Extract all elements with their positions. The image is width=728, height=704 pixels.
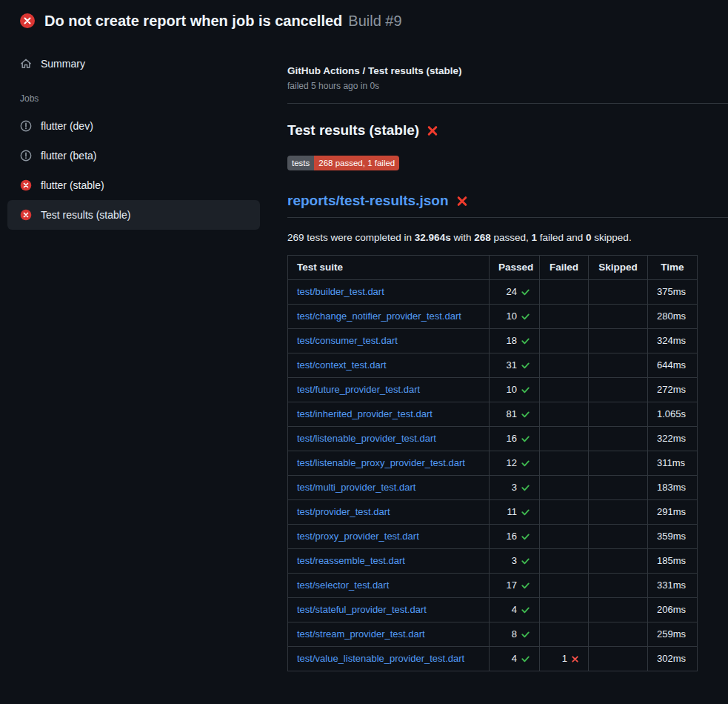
skipped-cell [589,451,648,476]
skipped-cell [589,378,648,402]
passed-cell: 16 [490,427,540,451]
summary-segment: with [451,232,475,243]
x-icon [571,655,579,663]
failed-cell [540,353,589,378]
passed-count: 18 [507,334,517,348]
build-number: Build #9 [348,13,401,29]
neutral-status-icon [20,150,32,162]
sidebar-job-label: flutter (stable) [41,179,104,191]
skipped-cell [589,402,648,427]
suite-link[interactable]: test/stream_provider_test.dart [297,628,425,640]
passed-count: 4 [512,603,517,617]
failed-cell [540,549,589,574]
check-run-header: Do not create report when job is cancell… [0,0,728,39]
time-cell: 375ms [648,280,698,305]
suite-link[interactable]: test/builder_test.dart [297,286,384,297]
suite-link[interactable]: test/future_provider_test.dart [297,384,420,395]
badge-label: tests [287,156,314,170]
sidebar-job-item[interactable]: flutter (stable) [7,170,260,200]
failed-status-icon [20,13,35,28]
passed-count: 3 [512,481,517,494]
skipped-cell [589,427,648,451]
check-icon [521,288,530,297]
passed-cell: 17 [490,574,540,598]
sidebar-item-summary[interactable]: Summary [7,49,260,79]
jobs-section-label: Jobs [7,79,260,111]
main-content: GitHub Actions / Test results (stable) f… [267,39,728,671]
neutral-status-icon [20,120,32,132]
check-icon [521,336,530,346]
passed-cell: 12 [490,451,540,476]
sidebar-summary-label: Summary [41,58,85,70]
time-cell: 302ms [648,647,698,671]
skipped-cell [589,574,648,598]
failed-cell [540,622,589,647]
check-icon [521,410,530,419]
failed-count: 1 [562,652,567,665]
check-icon [521,508,530,517]
suite-link[interactable]: test/reassemble_test.dart [297,555,405,566]
suite-link[interactable]: test/consumer_test.dart [297,335,398,346]
suite-link[interactable]: test/listenable_provider_test.dart [297,433,436,444]
suite-link[interactable]: test/multi_provider_test.dart [297,482,415,493]
passed-cell: 31 [490,353,540,378]
sidebar-job-item[interactable]: flutter (dev) [7,111,260,141]
summary-segment: passed, [491,232,532,243]
table-row: test/provider_test.dart 11 291ms [288,500,698,525]
page-title-row: Do not create report when job is cancell… [44,12,402,30]
report-failed-x-icon [456,195,468,207]
check-icon [521,581,530,591]
suite-link[interactable]: test/context_test.dart [297,359,387,371]
skipped-cell [589,598,648,622]
time-cell: 259ms [648,622,698,647]
suite-link[interactable]: test/value_listenable_provider_test.dart [297,653,464,664]
check-icon [521,557,530,566]
column-header-failed: Failed [540,256,589,280]
check-icon [521,532,530,542]
report-heading: reports/test-results.json [287,193,728,218]
passed-cell: 24 [490,280,540,305]
passed-count: 10 [507,383,517,396]
summary-segment: 268 [474,232,491,243]
skipped-cell [589,622,648,647]
summary-line: 269 tests were completed in 32.964s with… [287,232,704,243]
table-row: test/multi_provider_test.dart 3 183ms [288,476,698,500]
time-cell: 644ms [648,353,698,378]
table-row: test/listenable_proxy_provider_test.dart… [288,451,698,476]
time-cell: 1.065s [648,402,698,427]
suite-link[interactable]: test/selector_test.dart [297,580,389,591]
check-icon [521,434,530,444]
divider [287,103,728,104]
sidebar-job-label: flutter (beta) [41,150,96,162]
suite-link[interactable]: test/stateful_provider_test.dart [297,604,427,615]
check-icon [521,312,530,322]
time-cell: 183ms [648,476,698,500]
passed-cell: 10 [490,378,540,402]
suite-link[interactable]: test/change_notifier_provider_test.dart [297,311,461,322]
suite-link[interactable]: test/inherited_provider_test.dart [297,408,433,419]
page-title: Do not create report when job is cancell… [44,13,342,29]
column-header-skipped: Skipped [589,256,648,280]
passed-count: 4 [512,652,517,665]
failed-cell [540,402,589,427]
summary-segment: 0 [586,232,592,243]
skipped-cell [589,329,648,353]
table-row: test/stateful_provider_test.dart 4 206ms [288,598,698,622]
suite-link[interactable]: test/listenable_proxy_provider_test.dart [297,457,465,468]
failed-status-icon [20,179,32,191]
failed-cell [540,427,589,451]
sidebar-job-item[interactable]: flutter (beta) [7,141,260,170]
suite-link[interactable]: test/proxy_provider_test.dart [297,531,419,542]
summary-segment: skipped. [592,232,632,243]
suite-link[interactable]: test/provider_test.dart [297,506,390,517]
home-icon [20,58,32,70]
failed-cell [540,525,589,549]
time-cell: 272ms [648,378,698,402]
badge-value: 268 passed, 1 failed [314,156,399,170]
table-row: test/reassemble_test.dart 3 185ms [288,549,698,574]
failed-cell [540,378,589,402]
report-link[interactable]: reports/test-results.json [287,193,449,209]
time-cell: 311ms [648,451,698,476]
check-icon [521,459,530,468]
sidebar-job-item[interactable]: Test results (stable) [7,200,260,230]
